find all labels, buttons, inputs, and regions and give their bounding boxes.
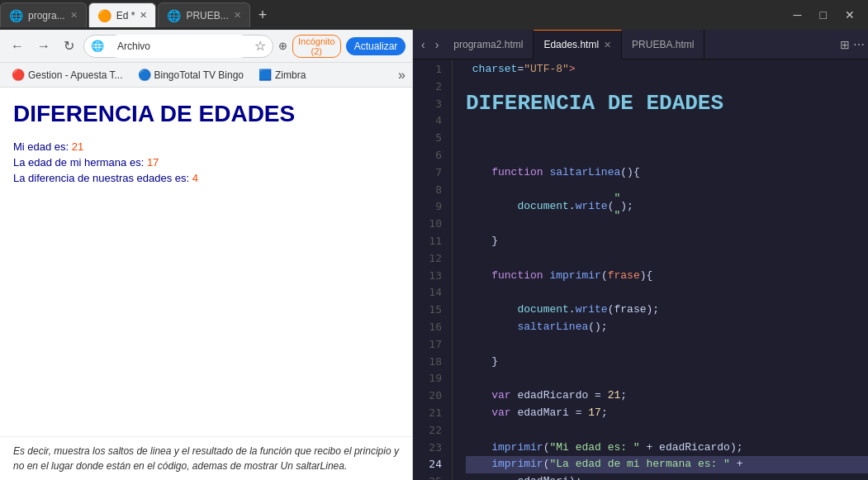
editor-nav-right[interactable]: › <box>430 36 444 53</box>
code-line: document.write(""); <box>466 198 868 216</box>
code-token: imprimir <box>491 440 543 457</box>
code-line: charset="UTF-8"> <box>466 61 868 78</box>
code-token <box>466 268 491 285</box>
code-area[interactable]: charset="UTF-8"> DIFERENCIA DE EDADES </… <box>453 59 868 480</box>
bookmark-item[interactable]: 🔴Gestion - Apuesta T... <box>7 67 128 83</box>
code-token: var <box>491 405 510 422</box>
code-token <box>466 233 491 250</box>
line-number: 2 <box>413 78 442 96</box>
tab-icon: 🌐 <box>9 9 23 22</box>
tab-close-icon[interactable]: ✕ <box>70 10 78 21</box>
editor-more-button[interactable]: ⋯ <box>853 38 865 51</box>
editor-tab-bar: ‹ › programa2.htmlEdades.html✕PRUEBA.htm… <box>413 30 868 59</box>
code-line: edadMari); <box>466 473 868 480</box>
browser-left: ← → ↻ 🌐 ☆ ⊕ Incógnito (2) Actualizar ⋮ 🔴… <box>0 30 413 480</box>
code-line: function imprimir(frase){ <box>466 268 868 285</box>
tab-close-icon[interactable]: ✕ <box>140 10 147 21</box>
address-input[interactable] <box>107 35 251 58</box>
code-token: "La edad de mi hermana es: " <box>549 456 729 473</box>
editor-tab-tab-prog2[interactable]: programa2.html <box>443 30 534 59</box>
editor-tab-close-icon[interactable]: ✕ <box>604 40 611 50</box>
code-token: ); <box>647 302 660 319</box>
extensions-button[interactable]: ⊕ <box>278 40 287 52</box>
app-container: 🌐progra...✕🟠Ed *✕🌐PRUEB...✕ + ─ □ ✕ ← → … <box>0 0 868 480</box>
code-token: var <box>491 387 510 405</box>
bookmark-item[interactable]: 🟦Zimbra <box>254 67 311 83</box>
code-token: saltarLinea <box>549 164 620 182</box>
star-button[interactable]: ☆ <box>254 38 266 54</box>
code-token <box>466 319 517 336</box>
line-number: 14 <box>413 284 442 302</box>
code-token <box>543 164 550 182</box>
code-token: > <box>569 63 576 75</box>
minimize-button[interactable]: ─ <box>789 7 807 23</box>
new-tab-button[interactable]: + <box>252 7 274 24</box>
page-value: 21 <box>72 140 83 153</box>
editor-tab-actions: ⊞ ⋯ <box>840 38 865 51</box>
line-number: 20 <box>413 387 442 405</box>
reload-button[interactable]: ↻ <box>59 36 78 55</box>
code-token: charset="UTF-8"> <box>466 61 576 78</box>
code-token: } <box>491 233 498 250</box>
code-line <box>466 182 868 199</box>
code-token: . <box>569 198 576 216</box>
line-number: 15 <box>413 302 442 319</box>
code-token <box>466 354 491 371</box>
line-number: 22 <box>413 422 442 440</box>
close-button[interactable]: ✕ <box>840 7 860 23</box>
tab-icon: 🌐 <box>167 9 181 22</box>
code-line: } <box>466 354 868 371</box>
bookmark-icon: 🔴 <box>12 69 25 81</box>
globe-icon: 🌐 <box>91 40 104 52</box>
update-button[interactable]: Actualizar <box>346 37 406 55</box>
tab-close-icon[interactable]: ✕ <box>234 10 241 21</box>
code-line: </span> <box>466 130 868 147</box>
editor-tab-tab-prueba[interactable]: PRUEBA.html <box>622 30 704 59</box>
browser-tab-tab-prog[interactable]: 🌐progra...✕ <box>0 2 87 27</box>
browser-tab-tab-prueb[interactable]: 🌐PRUEB...✕ <box>158 2 249 27</box>
page-value: 17 <box>147 156 159 169</box>
editor-split-button[interactable]: ⊞ <box>840 38 850 51</box>
code-token: ; <box>620 387 627 405</box>
incognito-badge[interactable]: Incógnito (2) <box>292 35 341 58</box>
code-token: saltarLinea <box>517 319 588 336</box>
code-token: ( <box>543 440 550 457</box>
code-token: + <box>640 440 659 457</box>
browser-tab-tab-ed[interactable]: 🟠Ed *✕ <box>88 2 157 27</box>
code-token: "" <box>614 190 620 225</box>
code-token: frase <box>608 268 640 285</box>
bookmarks-bar: 🔴Gestion - Apuesta T...🔵BingoTotal TV Bi… <box>0 63 412 88</box>
address-bar: ← → ↻ 🌐 ☆ ⊕ Incógnito (2) Actualizar ⋮ <box>0 30 412 63</box>
code-line: var edadMari = 17; <box>466 405 868 422</box>
line-numbers: 1234567891011121314151617181920212223242… <box>413 59 453 480</box>
bookmarks-more-button[interactable]: » <box>398 68 406 83</box>
back-button[interactable]: ← <box>7 37 28 55</box>
editor-tab-tab-edades[interactable]: Edades.html✕ <box>534 30 622 59</box>
editor-tab-label: programa2.html <box>453 39 523 50</box>
code-token: ( <box>543 456 550 473</box>
title-bar: 🌐progra...✕🟠Ed *✕🌐PRUEB...✕ + ─ □ ✕ <box>0 0 868 30</box>
line-number: 13 <box>413 268 442 285</box>
editor-nav-left[interactable]: ‹ <box>416 36 430 53</box>
line-number: 12 <box>413 250 442 268</box>
forward-button[interactable]: → <box>33 37 55 55</box>
editor-content: 1234567891011121314151617181920212223242… <box>413 59 868 480</box>
code-line <box>466 284 868 302</box>
editor-panel: ‹ › programa2.htmlEdades.html✕PRUEBA.htm… <box>413 30 868 480</box>
code-token: (); <box>588 319 607 336</box>
line-number: 19 <box>413 370 442 387</box>
line-number: 17 <box>413 336 442 354</box>
page-line: Mi edad es: 21 <box>13 140 399 153</box>
code-token: 17 <box>588 405 601 422</box>
bookmark-item[interactable]: 🔵BingoTotal TV Bingo <box>133 67 249 83</box>
tab-label: PRUEB... <box>186 10 228 21</box>
code-token: } <box>491 354 498 371</box>
code-token: document <box>517 198 568 216</box>
code-token: = <box>588 387 607 405</box>
maximize-button[interactable]: □ <box>815 7 832 23</box>
tab-icon: 🟠 <box>97 9 111 22</box>
code-line: imprimir("La edad de mi hermana es: " + <box>466 456 868 473</box>
code-token: charset <box>466 63 517 75</box>
browser-page: DIFERENCIA DE EDADES Mi edad es: 21La ed… <box>0 88 412 436</box>
code-token: . <box>569 302 576 319</box>
